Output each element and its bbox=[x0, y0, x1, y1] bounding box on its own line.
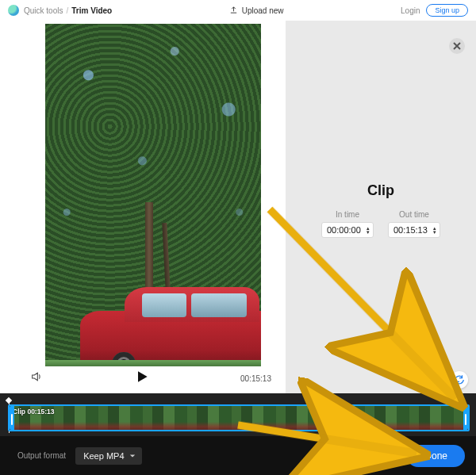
trim-handle-left[interactable] bbox=[10, 406, 14, 430]
duration-readout: 00:15:13 bbox=[240, 374, 271, 383]
close-panel-button[interactable] bbox=[449, 38, 465, 54]
clip-panel: Clip In time 00:00:00 ▴▾ Out time 00:15:… bbox=[286, 21, 476, 393]
main-area: 00:15:13 Clip In time 00:00:00 ▴▾ Out ti… bbox=[0, 21, 476, 393]
clip-strip[interactable]: Clip 00:15:13 bbox=[8, 404, 470, 431]
breadcrumb-separator: / bbox=[66, 6, 68, 15]
timeline[interactable]: Clip 00:15:13 bbox=[0, 393, 476, 436]
preview-column: 00:15:13 bbox=[0, 21, 286, 393]
close-icon bbox=[453, 39, 461, 53]
breadcrumb-current: Trim Video bbox=[71, 6, 112, 15]
loop-icon[interactable] bbox=[451, 371, 468, 389]
upload-new-label: Upload new bbox=[242, 6, 284, 15]
play-button[interactable] bbox=[134, 369, 150, 388]
panel-title: Clip bbox=[286, 182, 476, 199]
login-link[interactable]: Login bbox=[401, 6, 420, 15]
chevron-down-icon bbox=[129, 451, 136, 461]
out-time-input[interactable]: 00:15:13 ▴▾ bbox=[388, 222, 440, 238]
out-time-stepper[interactable]: ▴▾ bbox=[432, 226, 438, 234]
breadcrumb-parent[interactable]: Quick tools bbox=[24, 6, 63, 15]
upload-new-button[interactable]: Upload new bbox=[229, 6, 284, 16]
transport-bar: 00:15:13 bbox=[29, 366, 278, 390]
upload-icon bbox=[229, 6, 238, 16]
top-bar: Quick tools / Trim Video Upload new Logi… bbox=[0, 0, 476, 21]
trim-handle-right[interactable] bbox=[463, 406, 468, 430]
in-time-input[interactable]: 00:00:00 ▴▾ bbox=[321, 222, 374, 238]
signup-button[interactable]: Sign up bbox=[426, 4, 468, 17]
video-preview[interactable] bbox=[45, 24, 261, 366]
app-logo bbox=[8, 5, 19, 16]
in-time-label: In time bbox=[321, 210, 374, 219]
out-time-value: 00:15:13 bbox=[393, 225, 428, 235]
volume-icon[interactable] bbox=[30, 370, 43, 386]
in-time-stepper[interactable]: ▴▾ bbox=[365, 226, 371, 234]
output-format-label: Output format bbox=[17, 451, 66, 460]
clip-strip-label: Clip 00:15:13 bbox=[13, 408, 54, 416]
in-time-value: 00:00:00 bbox=[327, 225, 361, 235]
output-format-value: Keep MP4 bbox=[83, 451, 124, 461]
done-button[interactable]: Done bbox=[407, 445, 465, 467]
bottom-bar: Output format Keep MP4 Done bbox=[0, 436, 476, 475]
out-time-label: Out time bbox=[388, 210, 440, 219]
output-format-select[interactable]: Keep MP4 bbox=[75, 447, 141, 465]
